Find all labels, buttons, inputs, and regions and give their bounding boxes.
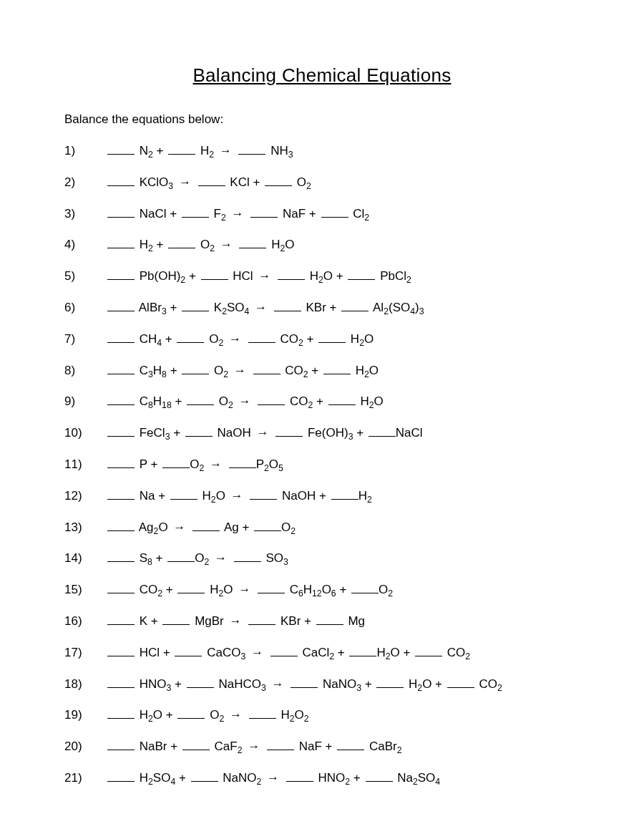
coefficient-blank[interactable] bbox=[328, 393, 356, 405]
coefficient-blank[interactable] bbox=[170, 488, 197, 500]
formula-subscript: 4 bbox=[157, 338, 162, 348]
coefficient-blank[interactable] bbox=[182, 299, 209, 311]
coefficient-blank[interactable] bbox=[351, 581, 379, 593]
coefficient-blank[interactable] bbox=[107, 268, 135, 280]
coefficient-blank[interactable] bbox=[349, 644, 376, 656]
coefficient-blank[interactable] bbox=[318, 331, 346, 343]
coefficient-blank[interactable] bbox=[107, 174, 135, 186]
coefficient-blank[interactable] bbox=[107, 425, 135, 437]
equation-row: Ag2O → Ag + O2 bbox=[64, 519, 580, 536]
coefficient-blank[interactable] bbox=[369, 425, 396, 437]
coefficient-blank[interactable] bbox=[192, 519, 220, 531]
equation-content: N2 + H2 → NH3 bbox=[106, 142, 293, 160]
coefficient-blank[interactable] bbox=[234, 550, 261, 562]
formula-subscript: 2 bbox=[257, 777, 262, 787]
coefficient-blank[interactable] bbox=[107, 550, 135, 562]
coefficient-blank[interactable] bbox=[182, 738, 210, 750]
formula-subscript: 2 bbox=[298, 338, 303, 348]
coefficient-blank[interactable] bbox=[107, 738, 135, 750]
coefficient-blank[interactable] bbox=[239, 236, 266, 248]
coefficient-blank[interactable] bbox=[107, 644, 135, 656]
coefficient-blank[interactable] bbox=[250, 488, 277, 500]
coefficient-blank[interactable] bbox=[267, 738, 294, 750]
coefficient-blank[interactable] bbox=[278, 268, 305, 280]
coefficient-blank[interactable] bbox=[275, 425, 303, 437]
coefficient-blank[interactable] bbox=[341, 299, 369, 311]
coefficient-blank[interactable] bbox=[254, 519, 281, 531]
coefficient-blank[interactable] bbox=[286, 770, 313, 782]
coefficient-blank[interactable] bbox=[191, 770, 218, 782]
equation-content: NaBr + CaF2 → NaF + CaBr2 bbox=[106, 738, 401, 755]
coefficient-blank[interactable] bbox=[107, 707, 135, 719]
coefficient-blank[interactable] bbox=[187, 393, 214, 405]
coefficient-blank[interactable] bbox=[376, 676, 404, 688]
formula-subscript: 2 bbox=[359, 338, 364, 348]
formula-subscript: 2 bbox=[345, 777, 350, 787]
coefficient-blank[interactable] bbox=[270, 644, 298, 656]
coefficient-blank[interactable] bbox=[107, 676, 135, 688]
coefficient-blank[interactable] bbox=[316, 613, 343, 625]
coefficient-blank[interactable] bbox=[182, 362, 209, 374]
coefficient-blank[interactable] bbox=[162, 613, 190, 625]
coefficient-blank[interactable] bbox=[177, 581, 205, 593]
coefficient-blank[interactable] bbox=[107, 519, 135, 531]
reaction-arrow-icon: → bbox=[257, 426, 269, 440]
coefficient-blank[interactable] bbox=[162, 456, 190, 468]
coefficient-blank[interactable] bbox=[321, 205, 348, 218]
coefficient-blank[interactable] bbox=[182, 205, 209, 218]
coefficient-blank[interactable] bbox=[348, 268, 375, 280]
coefficient-blank[interactable] bbox=[248, 331, 275, 343]
formula-subscript: 2 bbox=[397, 746, 402, 756]
coefficient-blank[interactable] bbox=[229, 456, 256, 468]
coefficient-blank[interactable] bbox=[107, 770, 135, 782]
coefficient-blank[interactable] bbox=[291, 676, 318, 688]
coefficient-blank[interactable] bbox=[168, 142, 195, 155]
equation-row: CO2 + H2O → C6H12O6 + O2 bbox=[64, 581, 580, 598]
equation-row: Pb(OH)2 + HCl → H2O + PbCl2 bbox=[64, 268, 580, 285]
coefficient-blank[interactable] bbox=[366, 770, 393, 782]
coefficient-blank[interactable] bbox=[274, 299, 301, 311]
equation-row: NaBr + CaF2 → NaF + CaBr2 bbox=[64, 738, 580, 755]
coefficient-blank[interactable] bbox=[107, 393, 135, 405]
coefficient-blank[interactable] bbox=[253, 362, 280, 374]
coefficient-blank[interactable] bbox=[107, 613, 135, 625]
coefficient-blank[interactable] bbox=[107, 236, 135, 248]
coefficient-blank[interactable] bbox=[107, 456, 135, 468]
coefficient-blank[interactable] bbox=[238, 142, 265, 155]
coefficient-blank[interactable] bbox=[167, 550, 195, 562]
coefficient-blank[interactable] bbox=[107, 362, 135, 374]
coefficient-blank[interactable] bbox=[107, 299, 135, 311]
equation-content: P + O2 → P2O5 bbox=[106, 456, 283, 473]
formula-subscript: 2 bbox=[223, 369, 228, 379]
coefficient-blank[interactable] bbox=[201, 268, 228, 280]
coefficient-blank[interactable] bbox=[177, 331, 204, 343]
formula-subscript: 2 bbox=[222, 306, 227, 316]
equation-content: C8H18 + O2 → CO2 + H2O bbox=[106, 393, 384, 410]
coefficient-blank[interactable] bbox=[258, 581, 285, 593]
coefficient-blank[interactable] bbox=[249, 707, 276, 719]
coefficient-blank[interactable] bbox=[331, 488, 358, 500]
coefficient-blank[interactable] bbox=[168, 236, 195, 248]
coefficient-blank[interactable] bbox=[175, 644, 202, 656]
coefficient-blank[interactable] bbox=[447, 676, 474, 688]
coefficient-blank[interactable] bbox=[258, 393, 285, 405]
coefficient-blank[interactable] bbox=[107, 142, 135, 155]
coefficient-blank[interactable] bbox=[248, 613, 275, 625]
coefficient-blank[interactable] bbox=[198, 174, 225, 186]
coefficient-blank[interactable] bbox=[323, 362, 351, 374]
coefficient-blank[interactable] bbox=[187, 676, 214, 688]
formula-subscript: 2 bbox=[329, 651, 334, 661]
coefficient-blank[interactable] bbox=[250, 205, 278, 218]
coefficient-blank[interactable] bbox=[185, 425, 213, 437]
coefficient-blank[interactable] bbox=[107, 205, 135, 218]
formula-subscript: 2 bbox=[209, 150, 214, 160]
coefficient-blank[interactable] bbox=[107, 331, 135, 343]
coefficient-blank[interactable] bbox=[415, 644, 442, 656]
coefficient-blank[interactable] bbox=[107, 581, 135, 593]
formula-subscript: 2 bbox=[148, 714, 153, 724]
coefficient-blank[interactable] bbox=[265, 174, 292, 186]
coefficient-blank[interactable] bbox=[177, 707, 205, 719]
coefficient-blank[interactable] bbox=[337, 738, 364, 750]
formula-subscript: 2 bbox=[364, 213, 369, 223]
coefficient-blank[interactable] bbox=[107, 488, 135, 500]
